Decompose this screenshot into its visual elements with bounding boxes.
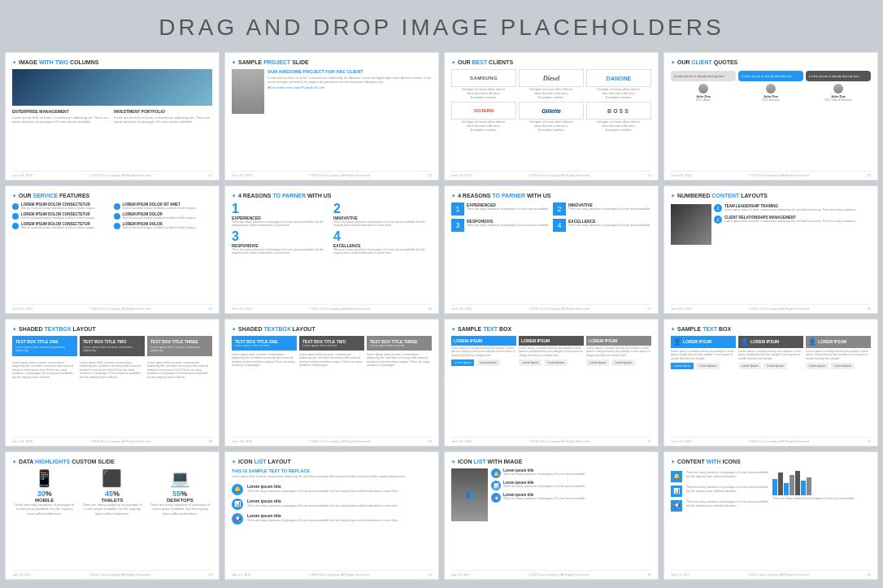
icon-list: 🔔 Lorem ipsum title There are many varia… bbox=[232, 484, 432, 528]
reason-icon-3: 3 RESPONSIVE There are many variations o… bbox=[451, 219, 550, 232]
col2-text: Lorem ipsum dolor sit amet, consectetuer… bbox=[114, 115, 212, 124]
slide-12-btn-4[interactable]: Lorem Ipsum bbox=[763, 363, 786, 369]
slide-12-btn-6[interactable]: Lorem Ipsum bbox=[831, 363, 854, 369]
person-3: John Doe CEO, Nike & Partners bbox=[806, 84, 871, 102]
icon-list-item-2: 📊 Lorem ipsum title There are many varia… bbox=[232, 499, 432, 510]
textbox-1-title: TEXT BOX TITLE ONE bbox=[15, 339, 74, 344]
textbox-2: TEXT BOX TITLE TWO Lorem ipsum dolor sit… bbox=[80, 336, 145, 356]
slide-2-person-image bbox=[232, 69, 264, 114]
sample-buttons: Lorem Ipsum Lorem Ipsum Lorem Ipsum Lore… bbox=[451, 359, 651, 366]
feature-3-icon bbox=[12, 213, 19, 220]
btn-lorem-1[interactable]: Lorem Ipsum bbox=[451, 359, 474, 366]
slide-12-title: SAMPLE TEXT BOX bbox=[671, 326, 871, 332]
person-1-role: CEO, Apple bbox=[671, 98, 736, 102]
slide-10: SHADED TEXTBOX LAYOUT TEXT BOX TITLE ONE… bbox=[224, 319, 439, 447]
main-title: DRAG AND DROP IMAGE PLACEHOLDERS bbox=[0, 0, 883, 52]
reason-1: 1 EXPERIENCED There are many variations … bbox=[232, 203, 330, 227]
avatar-1 bbox=[698, 84, 708, 94]
reason-4: 4 EXCELLENCE There are many variations o… bbox=[333, 230, 432, 255]
reasons-icons-grid: 1 EXPERIENCED There are many variations … bbox=[451, 203, 651, 232]
reason-icon-2: 2 INNOVATIVE There are many variations o… bbox=[553, 203, 651, 216]
logo-sojern: SOJERN Volutpat vel esse ullam dolore.di… bbox=[451, 102, 516, 132]
feature-5: LOREM IPSUM DOLOR CONSECTETUR Sed do eiu… bbox=[12, 222, 111, 229]
slide-10-footer: June 19, 2016 ©2016 Our Company. All Rig… bbox=[232, 437, 432, 443]
sample-col-1: LOREM IPSUM Lorem ipsum is simply dummy … bbox=[451, 336, 516, 358]
slide-1-col2: INVESTMENT PORTFOLIO Lorem ipsum dolor s… bbox=[114, 109, 212, 124]
feature-3: LOREM IPSUM DOLOR CONSECTETUR Sed do eiu… bbox=[12, 212, 111, 220]
btn-lorem-2[interactable]: Lorem Ipsum bbox=[476, 359, 499, 366]
device-desktop: 💻 55% DESKTOPS There are many variations… bbox=[148, 468, 212, 516]
reason-icon-1: 1 EXPERIENCED There are many variations … bbox=[451, 203, 550, 216]
slide-9: SHADED TEXTBOX LAYOUT TEXT BOX TITLE ONE… bbox=[5, 319, 220, 447]
desktop-icon: 💻 bbox=[148, 468, 212, 488]
reason-icon-4: 4 EXCELLENCE There are many variations o… bbox=[553, 219, 651, 232]
textbox-1-text: Lorem ipsum dolor sit amet consectetur a… bbox=[15, 346, 74, 353]
slide-12: SAMPLE TEXT BOX 👤LOREM IPSUM Lorem ipsum… bbox=[663, 319, 878, 447]
slide-12-col-3: 👤LOREM IPSUM Lorem ipsum is simply dummy… bbox=[806, 336, 871, 361]
quote-1: Lorem ipsum is simply dummy text bbox=[671, 71, 736, 81]
slide-8: NUMBERED CONTENT LAYOUTS 1 TEAM LEADERSH… bbox=[663, 185, 878, 314]
num-circle-2: 2 bbox=[714, 216, 722, 224]
tablet-icon: ⬛ bbox=[80, 468, 144, 488]
slide-10-box-3: TEXT BOX TITLE THREE Lorem ipsum dolor s… bbox=[367, 336, 432, 351]
icon-bell-sq-1: 🔔 bbox=[671, 471, 682, 482]
slide-12-buttons: Lorem Ipsum Lorem Ipsum Lorem Ipsum Lore… bbox=[671, 363, 871, 369]
project-link[interactable]: More details visit: www.ProjectLink.com bbox=[268, 85, 432, 89]
sample-header-2: LOREM IPSUM bbox=[519, 336, 584, 346]
btn-lorem-4[interactable]: Lorem Ipsum bbox=[544, 359, 567, 366]
icon-megaphone-15-3: 📢 bbox=[491, 493, 501, 503]
slide-2-content: OUR AWESOME PROJECT FOR ABC CLIENT Lorem… bbox=[232, 69, 432, 114]
textbox-2-text: Lorem ipsum dolor sit amet consectetur a… bbox=[83, 346, 141, 353]
num-circle-1: 1 bbox=[714, 204, 722, 212]
body-text-3: Lorem ipsum dolor sit amet, consectetuer… bbox=[147, 361, 212, 380]
slide-6-title: 4 REASONS TO PARNER WITH US bbox=[232, 193, 432, 198]
person-2-role: CEO, Amazon bbox=[738, 98, 803, 102]
slide-11: SAMPLE TEXT BOX LOREM IPSUM Lorem ipsum … bbox=[444, 319, 659, 447]
quote-2: Lorem ipsum is simply dummy text bbox=[738, 71, 803, 81]
quote-3: Lorem ipsum is simply dummy text bbox=[806, 71, 871, 81]
feature-6-icon bbox=[114, 223, 120, 229]
btn-lorem-3[interactable]: Lorem Ipsum bbox=[519, 359, 542, 366]
slide-8-footer: June 23, 2016 ©2016 Our Company. All Rig… bbox=[671, 304, 871, 311]
sample-header-1: LOREM IPSUM bbox=[451, 336, 516, 346]
btn-lorem-6[interactable]: Lorem Ipsum bbox=[611, 359, 634, 366]
slide-5-footer: June 15, 2017 ©2016 Our Company. All Rig… bbox=[12, 304, 212, 311]
slide-1: IMAGE WITH TWO COLUMNS ENTERPRISE MANAGE… bbox=[5, 52, 220, 181]
reason-2: 2 INNOVATIVE There are many variations o… bbox=[333, 203, 432, 227]
main-wrapper: DRAG AND DROP IMAGE PLACEHOLDERS IMAGE W… bbox=[0, 0, 883, 585]
quotes-row: Lorem ipsum is simply dummy text Lorem i… bbox=[671, 71, 871, 81]
logo-gillette: Gillette Volutpat vel esse ullam dolore.… bbox=[519, 102, 584, 132]
num-item-2: 2 CLIENT RELATIONSHIPS MANAGEMENT Lorem … bbox=[714, 216, 871, 224]
feature-4-icon bbox=[114, 213, 120, 220]
slide-12-btn-5[interactable]: Lorem Ipsum bbox=[806, 363, 829, 369]
avatar-2 bbox=[766, 84, 776, 94]
bar-chart bbox=[772, 471, 871, 495]
feature-6: LOREM IPSUM DOLOR Sed do eiusmod tempor … bbox=[114, 222, 213, 229]
textbox-2-title: TEXT BOX TITLE TWO bbox=[83, 339, 141, 344]
icon-row-1: 🔔 There are many variations of passages … bbox=[671, 471, 769, 482]
bar-2 bbox=[778, 473, 783, 495]
col1-title: ENTERPRISE MANAGEMENT bbox=[12, 109, 111, 114]
slide-12-btn-2[interactable]: Lorem Ipsum bbox=[696, 363, 719, 369]
sample-header-3: LOREM IPSUM bbox=[586, 336, 651, 346]
btn-lorem-5[interactable]: Lorem Ipsum bbox=[586, 359, 609, 366]
slides-grid: IMAGE WITH TWO COLUMNS ENTERPRISE MANAGE… bbox=[0, 52, 883, 585]
sample-headers: LOREM IPSUM Lorem ipsum is simply dummy … bbox=[451, 336, 651, 358]
slide-6: 4 REASONS TO PARNER WITH US 1 EXPERIENCE… bbox=[224, 185, 439, 314]
slide-12-btn-1[interactable]: Lorem Ipsum bbox=[671, 363, 694, 369]
textbox-3-title: TEXT BOX TITLE THREE bbox=[150, 339, 209, 344]
slide-10-title: SHADED TEXTBOX LAYOUT bbox=[232, 326, 432, 332]
icon-list-item-3: 📢 Lorem ipsum title There are many varia… bbox=[232, 513, 432, 525]
textbox-3-text: Lorem ipsum dolor sit amet consectetur a… bbox=[150, 346, 209, 353]
persons-row: John Doe CEO, Apple John Doe CEO, Amazon… bbox=[671, 84, 871, 102]
textboxes-row: TEXT BOX TITLE ONE Lorem ipsum dolor sit… bbox=[12, 336, 212, 356]
icon-chart-1: 📊 bbox=[232, 499, 243, 510]
bar-4 bbox=[789, 475, 794, 495]
slide-7-title: 4 REASONS TO PARNER WITH US bbox=[451, 193, 651, 198]
slide-15-footer: July 13, 2017 ©2016 Our Company. All Rig… bbox=[451, 570, 651, 577]
num-item-1: 1 TEAM LEADERSHIP TRAINING Lorem ipsum d… bbox=[714, 204, 871, 212]
slide-6-footer: June 15, 2017 ©2016 Our Company. All Rig… bbox=[232, 304, 432, 311]
device-tablet: ⬛ 45% TABLETS There are many variations … bbox=[80, 468, 144, 516]
col1-text: Lorem ipsum dolor sit amet, consectetuer… bbox=[12, 115, 111, 124]
slide-12-btn-3[interactable]: Lorem Ipsum bbox=[738, 363, 761, 369]
